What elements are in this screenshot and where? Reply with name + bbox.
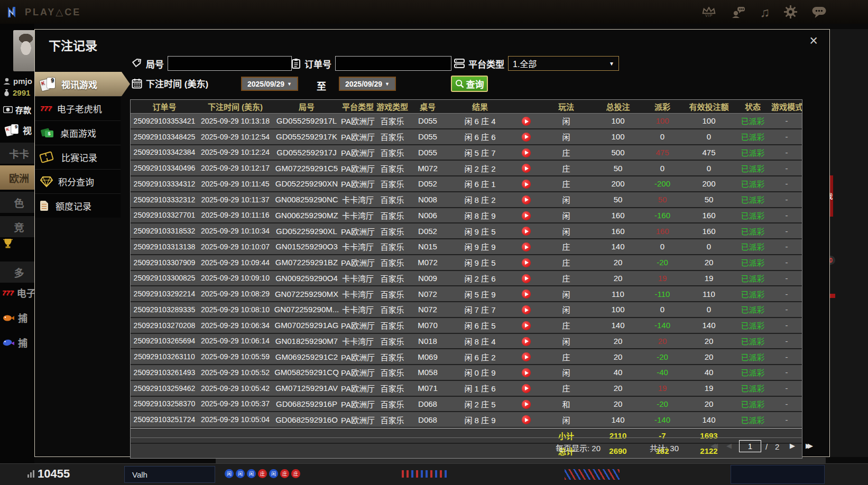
cell-status: 已派彩: [734, 226, 771, 237]
cell-table: M072: [410, 258, 446, 267]
cell-order: 250929103313138: [131, 243, 198, 251]
modal-title: 下注记录: [49, 36, 97, 54]
chat-icon[interactable]: [811, 6, 827, 18]
replay-play-icon[interactable]: [522, 180, 531, 189]
nav-item-slots[interactable]: 777 电子: [2, 286, 34, 300]
cell-order: 250929103259462: [131, 384, 198, 393]
tab-video-games[interactable]: K 9 视讯游戏: [35, 72, 130, 96]
replay-play-icon[interactable]: [522, 227, 531, 236]
prev-page-icon[interactable]: ◀: [726, 442, 732, 450]
replay-play-icon[interactable]: [522, 117, 531, 126]
cell-round: GM071259291AV: [272, 384, 341, 393]
cell-table: N072: [410, 305, 446, 314]
cell-status: 已派彩: [734, 273, 771, 284]
nav-item-fishing2[interactable]: 捕: [2, 335, 27, 349]
lobby-table-button[interactable]: Valh: [124, 466, 215, 483]
cell-status: 已派彩: [734, 178, 771, 189]
cell-bet-on: 庄: [538, 257, 595, 268]
cell-result: 闲 6 庄 1: [446, 178, 514, 189]
replay-play-icon[interactable]: [522, 164, 531, 173]
tab-match-records[interactable]: 比赛记录: [35, 145, 121, 169]
tab-slots[interactable]: 777 电子老虎机: [35, 96, 121, 120]
page-input[interactable]: 1: [739, 440, 761, 452]
cell-platform: PA欧洲厅: [341, 320, 375, 331]
music-icon[interactable]: ♫: [760, 7, 770, 17]
date-to-picker[interactable]: 2025/09/29 ▼: [339, 77, 396, 91]
nav-item-trophy[interactable]: [2, 238, 14, 249]
replay-play-icon[interactable]: [522, 321, 531, 330]
replay-play-icon[interactable]: [522, 337, 531, 346]
replay-play-icon[interactable]: [522, 415, 531, 424]
col-payout: 派彩: [641, 101, 684, 112]
replay-play-icon[interactable]: [522, 384, 531, 393]
cell-replay: [514, 289, 538, 299]
cell-bet-on: 闲: [538, 210, 595, 221]
replay-play-icon[interactable]: [522, 352, 531, 361]
cell-platform: PA欧洲厅: [341, 367, 375, 378]
cell-valid-bet: 0: [684, 242, 734, 251]
nav-item-color[interactable]: 色: [0, 192, 34, 213]
col-time: 下注时间 (美东): [198, 101, 272, 112]
cell-table: M072: [410, 164, 446, 173]
replay-play-icon[interactable]: [522, 290, 531, 299]
diamond-icon: [40, 176, 53, 188]
next-page-icon[interactable]: ▶: [790, 442, 795, 450]
replay-play-icon[interactable]: [522, 305, 531, 314]
cell-table: D055: [410, 132, 446, 141]
order-label: 订单号: [304, 57, 331, 70]
cell-total-bet: 140: [595, 242, 641, 251]
query-button[interactable]: 查询: [451, 76, 488, 92]
tab-quota-records[interactable]: 额度记录: [35, 193, 121, 218]
platform-label: 平台类型: [468, 57, 504, 70]
order-filter: 订单号: [291, 56, 451, 71]
date-from-picker[interactable]: 2025/09/29 ▼: [241, 77, 298, 91]
replay-play-icon[interactable]: [522, 258, 531, 267]
order-input[interactable]: [335, 56, 451, 71]
tab-points-query[interactable]: 积分查询: [35, 169, 121, 193]
cell-status: 已派彩: [734, 147, 771, 158]
cell-order: 250929103334312: [131, 180, 198, 188]
platform-select[interactable]: 1.全部 ▼: [508, 56, 619, 71]
last-page-icon[interactable]: ▶▶: [806, 442, 810, 450]
cell-payout: 0: [641, 132, 684, 141]
cell-order: 250929103263110: [131, 352, 198, 361]
customer-service-icon[interactable]: [731, 6, 745, 18]
cell-total-bet: 140: [595, 321, 641, 330]
cell-replay: [514, 368, 538, 378]
cell-table: M058: [410, 368, 446, 377]
nav-item-europe[interactable]: 欧洲: [0, 165, 34, 190]
cell-time: 2025-09-29 10:13:18: [198, 117, 272, 125]
cell-replay: [514, 257, 538, 267]
replay-play-icon[interactable]: [522, 368, 531, 377]
cell-status: 已派彩: [734, 351, 771, 362]
cell-replay: [514, 383, 538, 393]
nav-item-card[interactable]: 卡卡: [0, 143, 34, 164]
nav-item-sport[interactable]: 竞: [0, 216, 34, 237]
nav-item-multi[interactable]: 多: [0, 262, 34, 283]
avatar[interactable]: [13, 30, 34, 71]
cell-game-type: 百家乐: [375, 367, 410, 378]
replay-play-icon[interactable]: [522, 195, 531, 204]
gear-icon[interactable]: [784, 5, 797, 18]
cell-time: 2025-09-29 10:11:45: [198, 180, 272, 188]
replay-play-icon[interactable]: [522, 243, 531, 251]
cell-game-mode: -: [771, 148, 802, 157]
replay-play-icon[interactable]: [522, 400, 531, 409]
cell-status: 已派彩: [734, 241, 771, 252]
sidebar-item-video-bg[interactable]: K 9 视: [4, 123, 32, 137]
replay-play-icon[interactable]: [522, 274, 531, 283]
vip-icon[interactable]: VIP: [701, 7, 717, 17]
close-icon[interactable]: ×: [809, 33, 818, 49]
cell-game-type: 百家乐: [375, 273, 410, 284]
tab-table-games[interactable]: $ 桌面游戏: [35, 120, 121, 145]
deposit-button[interactable]: 存款: [3, 104, 31, 115]
cell-payout: 160: [641, 227, 684, 236]
round-input[interactable]: [168, 56, 292, 71]
first-page-icon[interactable]: ◀◀: [710, 442, 715, 450]
replay-play-icon[interactable]: [522, 133, 531, 142]
replay-play-icon[interactable]: [522, 211, 531, 220]
cell-platform: PA欧洲厅: [341, 115, 375, 126]
replay-play-icon[interactable]: [522, 148, 531, 157]
nav-item-fishing[interactable]: 捕: [2, 311, 27, 324]
lobby-table-button-right[interactable]: [731, 465, 825, 484]
